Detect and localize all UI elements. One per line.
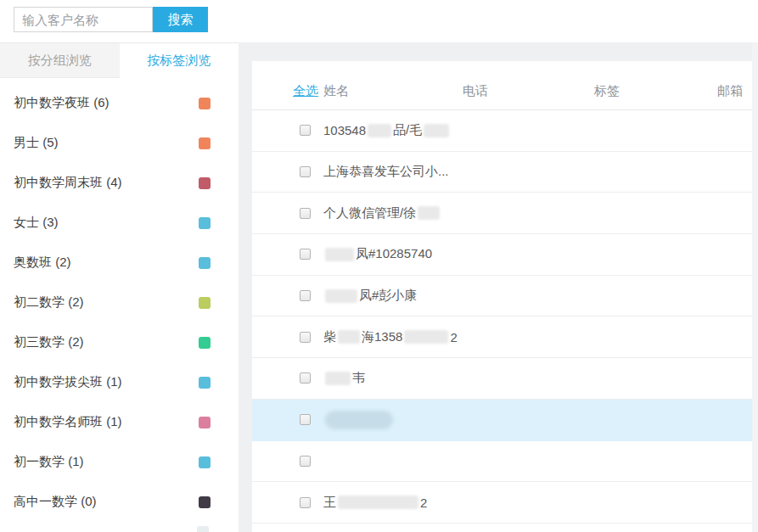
redacted-text [325, 372, 351, 385]
tag-color-swatch [199, 257, 211, 269]
row-checkbox[interactable] [300, 208, 311, 219]
name-text: 柴 [323, 329, 336, 345]
contact-name: 王2 [323, 495, 752, 511]
tag-color-swatch [199, 98, 211, 109]
contact-name: 凤#10285740 [323, 246, 752, 262]
name-text: 凤#10285740 [356, 246, 432, 262]
page-scrollbar[interactable] [752, 42, 758, 532]
tag-label: 高中一数学 (0) [14, 494, 199, 510]
name-text: 海1358 [362, 329, 402, 345]
checkbox-cell [252, 414, 323, 425]
row-checkbox[interactable] [300, 456, 311, 467]
table-row[interactable] [252, 400, 752, 441]
redacted-text [338, 496, 418, 509]
contact-name: 韦 [323, 370, 752, 386]
tag-swatch-partial [197, 526, 209, 532]
contact-name: 上海恭喜发车公司小... [323, 164, 752, 180]
table-row[interactable]: 103548品/毛 [252, 110, 752, 152]
redacted-text [338, 330, 360, 344]
tag-list-item[interactable]: 初中数学拔尖班 (1) [0, 362, 239, 402]
contact-name [323, 411, 752, 429]
table-row[interactable]: 凤#10285740 [252, 234, 752, 276]
tag-list-item[interactable]: 初一数学 (1) [0, 442, 239, 482]
sidebar-tabs: 按分组浏览 按标签浏览 [0, 42, 239, 78]
column-header-name: 姓名 [323, 83, 463, 99]
table-row[interactable] [252, 441, 752, 483]
tag-list-item[interactable]: 男士 (5) [0, 123, 239, 163]
tag-label: 男士 (5) [14, 135, 199, 151]
tag-list-item[interactable]: 高中一数学 (0) [0, 482, 239, 522]
table-row[interactable]: 上海恭喜发车公司小... [252, 152, 752, 193]
column-header-email: 邮箱 [717, 83, 752, 99]
row-checkbox[interactable] [300, 290, 311, 301]
tab-browse-by-tag[interactable]: 按标签浏览 [120, 43, 239, 78]
tag-label: 初中数学名师班 (1) [14, 414, 199, 430]
tag-list-item[interactable]: 初中数学名师班 (1) [0, 402, 239, 442]
tag-label: 女士 (3) [14, 215, 199, 231]
row-checkbox[interactable] [300, 372, 311, 384]
checkbox-cell [252, 497, 323, 508]
tag-color-swatch [199, 337, 211, 349]
redacted-text [424, 124, 449, 137]
table-row[interactable]: 柴海13582 [252, 316, 752, 358]
name-text: 个人微信管理/徐 [323, 205, 416, 221]
tag-color-swatch [199, 417, 211, 428]
checkbox-cell [252, 332, 323, 343]
row-checkbox[interactable] [300, 249, 311, 260]
sidebar: 按分组浏览 按标签浏览 初中数学夜班 (6) 男士 (5) 初中数学周末班 (4… [0, 42, 239, 532]
row-checkbox[interactable] [300, 125, 311, 136]
tag-color-swatch [199, 456, 211, 468]
name-text: 品/毛 [393, 122, 422, 138]
row-checkbox[interactable] [300, 332, 311, 343]
table-row[interactable] [252, 524, 752, 532]
checkbox-cell [252, 249, 323, 260]
checkbox-cell [252, 208, 323, 219]
contact-name: 个人微信管理/徐 [323, 205, 752, 221]
name-text: 103548 [323, 123, 366, 137]
column-header-tag: 标签 [594, 83, 717, 99]
search-button[interactable]: 搜索 [153, 7, 208, 32]
redacted-text [368, 124, 391, 137]
tag-color-swatch [199, 217, 211, 229]
tab-browse-by-group[interactable]: 按分组浏览 [0, 43, 120, 78]
tag-label: 初二数学 (2) [14, 294, 199, 311]
tag-list-item[interactable]: 初二数学 (2) [0, 283, 239, 322]
redacted-text [325, 289, 357, 303]
row-checkbox[interactable] [300, 166, 311, 177]
tag-label: 奥数班 (2) [14, 255, 199, 271]
name-text: 2 [450, 330, 457, 344]
checkbox-cell [252, 290, 323, 301]
tag-label: 初中数学拔尖班 (1) [14, 374, 199, 390]
tag-label: 初中数学周末班 (4) [14, 175, 199, 191]
tag-list-item[interactable]: 初三数学 (2) [0, 322, 239, 362]
tag-label: 初一数学 (1) [14, 454, 199, 470]
table-row[interactable]: 王2 [252, 482, 752, 524]
table-body: 103548品/毛 上海恭喜发车公司小... 个人微信管理/徐 凤#102857… [252, 110, 752, 532]
tag-list-item[interactable]: 初中数学周末班 (4) [0, 163, 239, 203]
column-header-phone: 电话 [463, 83, 594, 99]
tag-color-swatch [199, 496, 211, 508]
contact-name: 103548品/毛 [323, 122, 752, 138]
table-row[interactable]: 韦 [252, 358, 752, 400]
table-header: 全选 姓名 电话 标签 邮箱 [252, 61, 752, 110]
redacted-text [404, 330, 448, 344]
tag-list-item[interactable]: 女士 (3) [0, 203, 239, 243]
contacts-panel: 全选 姓名 电话 标签 邮箱 103548品/毛 上海恭喜发车公司小... 个人… [252, 61, 752, 532]
tag-color-swatch [199, 297, 211, 309]
tag-list-item[interactable]: 奥数班 (2) [0, 243, 239, 283]
tag-color-swatch [199, 377, 211, 389]
name-text: 王 [323, 495, 336, 511]
search-input[interactable] [14, 7, 153, 32]
name-text: 上海恭喜发车公司小... [323, 164, 449, 180]
name-text: 韦 [352, 370, 365, 386]
table-row[interactable]: 个人微信管理/徐 [252, 193, 752, 234]
top-search-bar: 搜索 [0, 0, 758, 42]
checkbox-cell [252, 456, 323, 467]
tag-list-item[interactable]: 初中数学夜班 (6) [0, 83, 239, 123]
row-checkbox[interactable] [300, 414, 311, 425]
row-checkbox[interactable] [300, 497, 311, 508]
table-row[interactable]: 凤#彭小康 [252, 276, 752, 317]
select-all-link[interactable]: 全选 [252, 83, 323, 99]
name-text: 凤#彭小康 [359, 288, 417, 304]
redacted-text [325, 248, 354, 261]
